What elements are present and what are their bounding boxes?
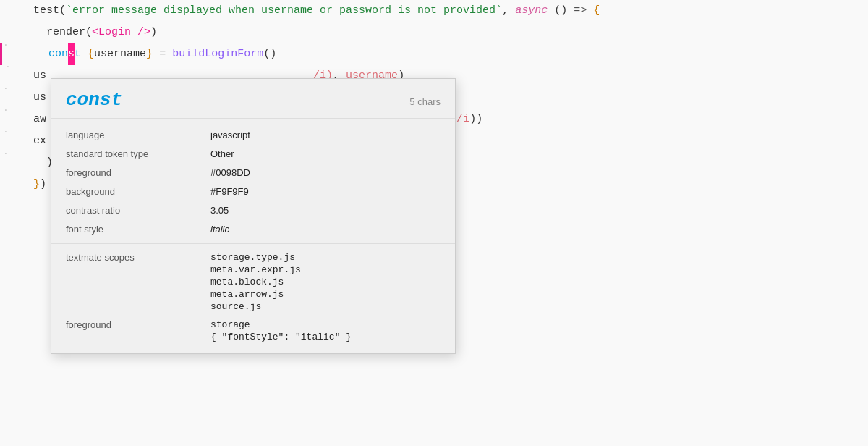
tooltip-value-contrast: 3.05 <box>210 205 229 216</box>
code-editor: test(`error message displayed when usern… <box>0 0 868 446</box>
tooltip-value-foreground2: storage { "fontStyle": "italic" } <box>210 319 352 342</box>
tooltip-keyword: const <box>66 89 122 111</box>
tooltip-divider <box>51 243 455 244</box>
code-line-2: render(<Login />) <box>0 22 868 43</box>
tooltip-label-foreground: foreground <box>66 167 210 178</box>
tooltip-label-font-style: font style <box>66 224 210 235</box>
tooltip-value-language: javascript <box>210 130 250 140</box>
tooltip-chars: 5 chars <box>409 96 441 107</box>
scope-item-5: source.js <box>210 301 301 312</box>
tooltip-value-background: #F9F9F9 <box>210 186 249 197</box>
tooltip-label-background: background <box>66 186 210 197</box>
code-line-1: test(`error message displayed when usern… <box>0 0 868 22</box>
tooltip-popup: const 5 chars language javascript standa… <box>51 78 456 354</box>
scope-item-2: meta.var.expr.js <box>210 264 301 275</box>
tooltip-row-scopes: textmate scopes storage.type.js meta.var… <box>51 248 455 316</box>
tooltip-row-contrast: contrast ratio 3.05 <box>51 201 455 220</box>
scope-item-4: meta.arrow.js <box>210 289 301 300</box>
tooltip-row-token-type: standard token type Other <box>51 145 455 164</box>
scope-item-3: meta.block.js <box>210 277 301 287</box>
tooltip-header: const 5 chars <box>51 79 455 119</box>
tooltip-value-foreground: #0098DD <box>210 167 250 178</box>
tooltip-label-contrast: contrast ratio <box>66 205 210 216</box>
scope-item-1: storage.type.js <box>210 252 301 263</box>
tooltip-label-foreground2: foreground <box>66 319 210 330</box>
tooltip-row-foreground: foreground #0098DD <box>51 164 455 182</box>
tooltip-row-foreground2: foreground storage { "fontStyle": "itali… <box>51 316 455 346</box>
line-content-1: test(`error message displayed when usern… <box>22 0 868 22</box>
tooltip-value-token-type: Other <box>210 148 234 159</box>
tooltip-row-language: language javascript <box>51 126 455 145</box>
line-content-2: render(<Login />) <box>22 22 868 43</box>
cursor: s <box>68 43 75 65</box>
tooltip-fg-value2: { "fontStyle": "italic" } <box>210 332 352 342</box>
tooltip-fg-value1: storage <box>210 319 352 330</box>
tooltip-value-scopes: storage.type.js meta.var.expr.js meta.bl… <box>210 252 301 312</box>
tooltip-label-scopes: textmate scopes <box>66 252 210 263</box>
line-content-3: const {username} = buildLoginForm() <box>24 43 868 65</box>
tooltip-label-language: language <box>66 130 210 140</box>
code-line-3: const {username} = buildLoginForm() <box>0 43 868 65</box>
tooltip-row-background: background #F9F9F9 <box>51 182 455 201</box>
tooltip-value-font-style: italic <box>210 224 229 235</box>
tooltip-label-token-type: standard token type <box>66 148 210 159</box>
tooltip-body: language javascript standard token type … <box>51 119 455 353</box>
tooltip-row-font-style: font style italic <box>51 220 455 239</box>
